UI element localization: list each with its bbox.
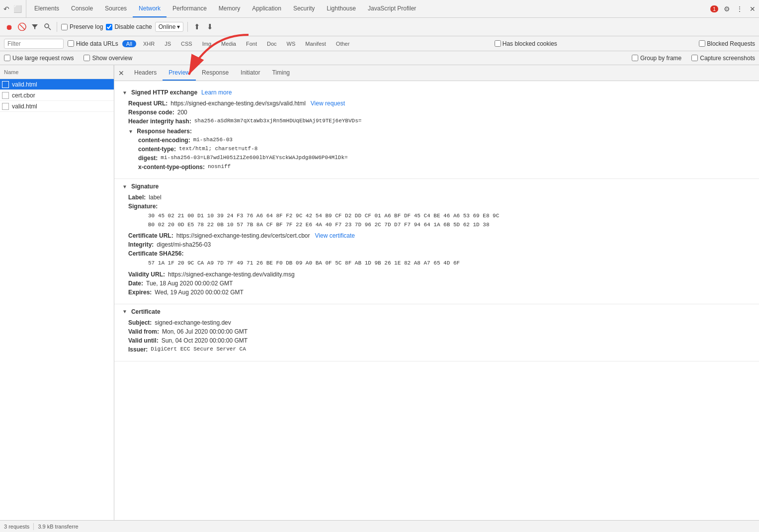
tab-response[interactable]: Response — [196, 65, 235, 81]
tab-performance[interactable]: Performance — [167, 0, 213, 17]
collapse-triangle-3[interactable]: ▼ — [122, 309, 127, 314]
list-item[interactable]: valid.html — [0, 79, 114, 90]
group-by-frame-checkbox[interactable]: Group by frame — [632, 55, 681, 62]
tab-initiator[interactable]: Initiator — [235, 65, 266, 81]
device-icon[interactable]: ⬜ — [13, 4, 22, 13]
integrity-row: Integrity: digest/mi-sha256-03 — [122, 241, 751, 248]
filter-xhr-btn[interactable]: XHR — [140, 40, 158, 47]
tab-preview[interactable]: Preview — [163, 65, 196, 81]
list-item[interactable]: valid.html — [0, 101, 114, 112]
expires-value: Wed, 19 Aug 2020 00:00:02 GMT — [155, 289, 244, 296]
issuer-row: Issuer: DigiCert ECC Secure Server CA — [122, 346, 751, 353]
content-type-value: text/html; charset=utf-8 — [179, 146, 257, 152]
filter-doc-btn[interactable]: Doc — [264, 40, 280, 47]
tab-timing[interactable]: Timing — [266, 65, 296, 81]
digest-value: mi-sha256-03=LB7wdlH051Z1Ze600lbYAEYsckW… — [161, 155, 347, 161]
throttle-dropdown[interactable]: Online ▾ — [155, 22, 184, 32]
tab-js-profiler[interactable]: JavaScript Profiler — [362, 0, 422, 17]
import-har-icon[interactable]: ⬆ — [192, 22, 202, 32]
blocked-cookies-checkbox[interactable]: Has blocked cookies — [495, 40, 557, 47]
signature-key: Signature: — [128, 203, 158, 210]
sub-tab-bar: ✕ Headers Preview Response Initiator Tim… — [114, 65, 759, 81]
hide-data-urls-checkbox[interactable]: Hide data URLs — [68, 40, 118, 47]
subject-value: signed-exchange-testing.dev — [155, 319, 231, 326]
collapse-triangle-1[interactable]: ▼ — [122, 90, 127, 95]
blocked-cookies-input[interactable] — [495, 40, 501, 47]
blocked-requests-checkbox[interactable]: Blocked Requests — [699, 40, 755, 47]
blocked-requests-input[interactable] — [699, 40, 705, 47]
group-by-frame-input[interactable] — [632, 55, 638, 61]
cert-url-key: Certificate URL: — [128, 232, 173, 239]
show-overview-checkbox[interactable]: Show overview — [84, 55, 132, 62]
tab-console[interactable]: Console — [65, 0, 99, 17]
response-headers-subheader[interactable]: ▼ Response headers: — [122, 128, 751, 135]
close-devtools-icon[interactable]: ✕ — [748, 4, 757, 13]
svg-point-0 — [45, 24, 49, 28]
request-count: 3 requests — [4, 524, 29, 530]
more-icon[interactable]: ⋮ — [735, 4, 744, 13]
learn-more-link[interactable]: Learn more — [201, 89, 232, 96]
disable-cache-input[interactable] — [106, 24, 112, 30]
content-encoding-row: content-encoding: mi-sha256-03 — [122, 137, 751, 144]
inspect-icon[interactable]: ↶ — [2, 4, 11, 13]
tab-headers[interactable]: Headers — [128, 65, 163, 81]
large-rows-input[interactable] — [4, 55, 10, 61]
capture-screenshots-input[interactable] — [691, 55, 698, 61]
filter-other-btn[interactable]: Other — [333, 40, 353, 47]
disable-cache-checkbox[interactable]: Disable cache — [106, 23, 152, 30]
error-badge: 1 — [710, 5, 718, 12]
status-bar: 3 requests 3.9 kB transferre — [0, 520, 759, 532]
preserve-log-input[interactable] — [61, 24, 68, 30]
date-key: Date: — [128, 280, 143, 287]
tab-lighthouse[interactable]: Lighthouse — [321, 0, 362, 17]
show-overview-input[interactable] — [84, 55, 90, 61]
options-right: Group by frame Capture screenshots — [632, 55, 755, 62]
request-icon-1 — [2, 81, 9, 88]
filter-ws-btn[interactable]: WS — [284, 40, 299, 47]
filter-media-btn[interactable]: Media — [218, 40, 239, 47]
sig-label-key: Label: — [128, 194, 146, 201]
clear-button[interactable]: 🚫 — [17, 22, 27, 32]
request-icon-3 — [2, 103, 9, 110]
filter-css-btn[interactable]: CSS — [178, 40, 195, 47]
filter-font-btn[interactable]: Font — [243, 40, 260, 47]
tab-sources[interactable]: Sources — [99, 0, 133, 17]
valid-from-row: Valid from: Mon, 06 Jul 2020 00:00:00 GM… — [122, 328, 751, 335]
expires-row: Expires: Wed, 19 Aug 2020 00:00:02 GMT — [122, 289, 751, 296]
request-url-label: Request URL: — [128, 100, 168, 107]
filter-icon[interactable] — [30, 22, 40, 32]
sig-label-row: Label: label — [122, 194, 751, 201]
tab-network[interactable]: Network — [133, 0, 167, 17]
digest-key: digest: — [138, 155, 158, 162]
tab-application[interactable]: Application — [246, 0, 287, 17]
list-item[interactable]: cert.cbor — [0, 90, 114, 101]
tab-memory[interactable]: Memory — [213, 0, 246, 17]
tab-elements[interactable]: Elements — [28, 0, 65, 17]
subject-row: Subject: signed-exchange-testing.dev — [122, 319, 751, 326]
collapse-triangle-2[interactable]: ▼ — [122, 184, 127, 189]
capture-screenshots-checkbox[interactable]: Capture screenshots — [691, 55, 755, 62]
filter-input[interactable] — [4, 39, 64, 49]
filter-js-btn[interactable]: JS — [162, 40, 174, 47]
subject-key: Subject: — [128, 319, 152, 326]
record-button[interactable]: ⏺ — [4, 22, 14, 32]
search-icon[interactable] — [43, 22, 53, 32]
close-panel-btn[interactable]: ✕ — [116, 68, 126, 78]
large-rows-checkbox[interactable]: Use large request rows — [4, 55, 74, 62]
export-har-icon[interactable]: ⬇ — [205, 22, 215, 32]
filter-img-btn[interactable]: Img — [199, 40, 214, 47]
settings-icon[interactable]: ⚙ — [722, 4, 731, 13]
tab-security[interactable]: Security — [287, 0, 321, 17]
signature-label-row: Signature: — [122, 203, 751, 210]
view-request-link[interactable]: View request — [311, 100, 345, 107]
signature-hex-1: 30 45 02 21 00 D1 10 39 24 F3 76 A6 64 8… — [122, 212, 751, 221]
signature-section: ▼ Signature Label: label Signature: 30 4… — [114, 179, 759, 304]
response-code-label: Response code: — [128, 109, 174, 116]
svg-line-1 — [49, 28, 51, 30]
header-integrity-value: sha256-aSdRm3m7qXtaWb3xjRn5mHDUqEbWAj9t9… — [194, 118, 362, 124]
hide-data-urls-input[interactable] — [68, 40, 74, 47]
view-certificate-link[interactable]: View certificate — [315, 232, 355, 239]
filter-all-btn[interactable]: All — [122, 40, 136, 47]
preserve-log-checkbox[interactable]: Preserve log — [61, 23, 103, 30]
filter-manifest-btn[interactable]: Manifest — [302, 40, 329, 47]
